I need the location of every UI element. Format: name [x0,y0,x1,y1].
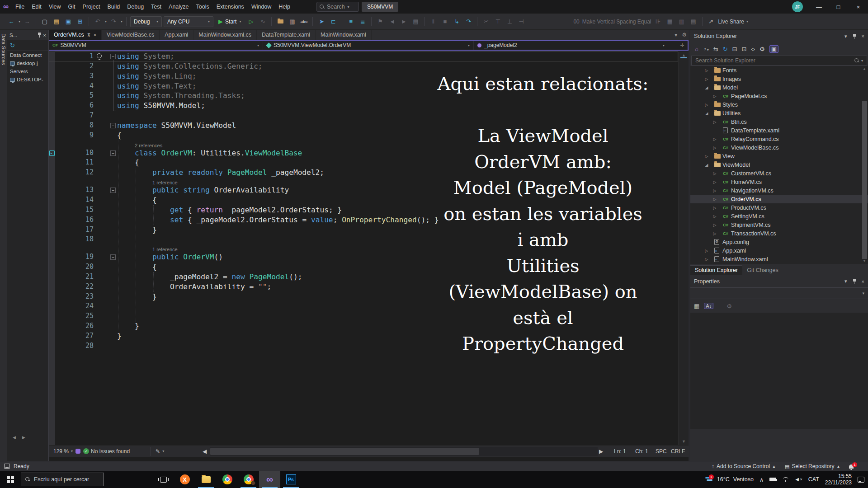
tree-item-images[interactable]: ▷Images [690,75,868,83]
new-project-icon[interactable]: ▢ [40,16,50,27]
tree-item-btn-cs[interactable]: ▷C#Btn.cs [690,117,868,126]
taskbar-search-box[interactable]: Escriu aquí per cercar [21,473,104,486]
taskbar-app-photoshop[interactable]: Ps [280,471,302,488]
navigate-back-chevron[interactable]: ▾ [19,19,20,23]
align-left-icon[interactable]: ⊣ [516,16,526,27]
tab-mainwindow-xaml[interactable]: MainWindow.xaml [316,30,372,40]
code-analysis-icon[interactable] [75,449,80,454]
scrollbar-thumb[interactable] [862,101,867,259]
menu-project[interactable]: Project [79,4,104,10]
expand-arrow-icon[interactable]: ▷ [704,154,709,159]
search-box[interactable]: Search ▾ [316,2,359,12]
keyboard-language[interactable]: CAT [808,476,819,483]
close-button[interactable]: × [849,0,868,14]
bookmark-previous-icon[interactable]: ◄ [387,16,397,27]
tree-item-customervm-cs[interactable]: ▷C#CustomerVM.cs [690,169,868,178]
columns-icon[interactable]: ▥ [677,16,687,27]
fold-collapse-icon[interactable]: – [110,254,116,260]
maximize-button[interactable]: □ [829,0,848,14]
collapse-arrow-icon[interactable]: ◢ [704,163,709,167]
hot-reload-icon[interactable]: ∿ [258,16,268,27]
make-vertical-spacing-equal-label[interactable]: Make Vertical Spacing Equal [582,19,651,25]
menu-analyze[interactable]: Analyze [165,4,192,10]
avatar[interactable]: JF [792,1,803,12]
tree-item-utilities[interactable]: ◢Utilities [690,109,868,117]
pause-icon[interactable]: ‖ [428,16,438,27]
cut-icon[interactable]: ✂ [481,16,491,27]
step-into-icon[interactable]: ↳ [452,16,462,27]
outline-icon[interactable]: ▥ [287,16,297,27]
menu-test[interactable]: Test [147,4,165,10]
bookmark-window-icon[interactable]: ▤ [410,16,420,27]
solution-search-box[interactable]: Search Solution Explorer ▾ [691,56,867,66]
server-item-desktop-j[interactable]: desktop-j [7,59,48,67]
expand-arrow-icon[interactable]: ▷ [712,120,717,124]
menu-git[interactable]: Git [65,4,79,10]
notifications-bell[interactable]: 1 [849,461,854,471]
indent-decrease-icon[interactable]: ≡ [346,16,356,27]
solution-configuration-dropdown[interactable]: Debug▾ [130,16,162,27]
view-code-icon[interactable]: ‹› [751,46,755,52]
pin-icon[interactable] [38,33,41,38]
tab-list-chevron-icon[interactable]: ▼ [674,33,678,38]
fold-collapse-icon[interactable]: – [110,54,116,59]
chevron-down-icon[interactable]: ▾ [844,278,847,284]
taskbar-app-chrome-profile[interactable] [238,471,259,488]
toolbar-overflow-chevron[interactable]: ▾ [746,19,748,23]
editor-vertical-scrollbar[interactable]: ▲ ▼ [678,52,689,445]
lightbulb-icon[interactable] [97,53,102,58]
live-share-button[interactable]: ↗ Live Share [706,16,744,27]
add-to-source-control-button[interactable]: ↑ Add to Source Control ▲ [712,461,776,471]
rows-icon[interactable]: ▤ [689,16,698,27]
server-item-desktop-[interactable]: DESKTOP- [7,75,48,84]
panel-tab-git-changes[interactable]: Git Changes [742,266,783,275]
undo-icon[interactable]: ↶ [93,16,103,27]
tree-item-view[interactable]: ▷View [690,152,868,160]
expand-arrow-icon[interactable]: ▷ [712,197,717,202]
expand-arrow-icon[interactable]: ▷ [712,180,717,184]
battery-icon[interactable] [769,478,776,481]
menu-extensions[interactable]: Extensions [213,4,248,10]
pin-icon[interactable] [853,34,856,39]
chevron-down-icon[interactable]: ▾ [844,33,847,39]
server-item-servers[interactable]: Servers [7,67,48,75]
align-bottom-icon[interactable]: ⊥ [505,16,514,27]
menu-help[interactable]: Help [275,4,294,10]
close-icon[interactable]: × [43,33,46,38]
start-debugging-button[interactable]: ▶Start▾ [215,16,244,27]
undo-chevron[interactable]: ▾ [105,19,107,23]
tree-item-shipmentvm-cs[interactable]: ▷C#ShipmentVM.cs [690,221,868,229]
issues-status[interactable]: ✓No issues found [80,448,132,455]
spell-check-icon[interactable]: abc [299,16,309,27]
minimize-button[interactable]: — [809,0,829,14]
taskbar-app-task-view[interactable] [153,471,174,488]
menu-view[interactable]: View [45,4,65,10]
tree-item-mainwindow-xaml[interactable]: ▷MainWindow.xaml [690,255,868,263]
categorized-icon[interactable]: ▦ [694,303,699,310]
tab-datatemplate-xaml[interactable]: DataTemplate.xaml [257,30,316,40]
menu-edit[interactable]: Edit [28,4,45,10]
scroll-down-icon[interactable]: ▼ [679,439,689,444]
alphabetical-sort-icon[interactable]: A↓ [704,303,713,309]
tree-item-pagemodel-cs[interactable]: ▷C#PageModel.cs [690,92,868,100]
align-top-icon[interactable]: ⊤ [493,16,503,27]
scroll-down-icon[interactable]: ▼ [863,259,866,263]
refresh-icon[interactable]: ↻ [723,46,728,52]
save-all-icon[interactable]: ⊞ [75,16,85,27]
preview-selected-items-icon[interactable]: ▣ [769,45,778,53]
pin-icon[interactable]: ⊼ [87,33,90,38]
scroll-left-icon[interactable]: ◀ [13,435,16,440]
expand-arrow-icon[interactable]: ▷ [712,145,717,150]
tree-item-datatemplate-xaml[interactable]: DataTemplate.xaml [690,126,868,135]
refresh-icon[interactable]: ↻ [10,42,15,49]
navigate-forward-icon[interactable]: → [22,16,32,27]
expand-arrow-icon[interactable]: ▷ [712,214,717,219]
tray-expand-chevron[interactable]: ∧ [760,476,764,483]
tree-item-styles[interactable]: ▷Styles [690,100,868,109]
expand-arrow-icon[interactable]: ▷ [704,103,709,107]
tree-item-ordervm-cs[interactable]: ▷C#OrderVM.cs [690,195,868,203]
code-line-1[interactable]: 1–using System; [49,52,678,61]
taskbar-app-visual-studio[interactable]: ∞ [259,471,280,488]
menu-debug[interactable]: Debug [123,4,147,10]
taskbar-app-file-explorer[interactable] [195,471,217,488]
